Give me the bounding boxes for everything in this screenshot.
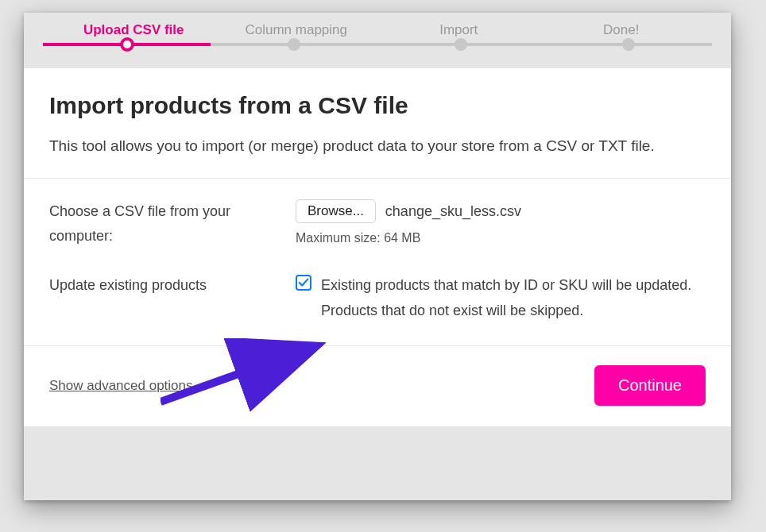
- file-control: Browse... change_sku_less.csv Maximum si…: [296, 199, 706, 248]
- stepper-track: [43, 43, 712, 46]
- import-panel: Import products from a CSV file This too…: [24, 68, 731, 426]
- stepper-dot-3: [455, 38, 467, 51]
- update-label: Update existing products: [49, 273, 296, 323]
- panel-description: This tool allows you to import (or merge…: [49, 133, 706, 159]
- update-description: Existing products that match by ID or SK…: [321, 273, 706, 323]
- stepper-dot-2: [288, 38, 300, 51]
- import-wizard-card: Upload CSV file Column mapping Import Do…: [24, 13, 731, 500]
- show-advanced-link[interactable]: Show advanced options: [49, 378, 193, 394]
- stepper-dot-1: [120, 37, 134, 52]
- step-done[interactable]: Done!: [540, 22, 703, 43]
- panel-footer: Show advanced options Continue: [24, 346, 731, 426]
- step-upload[interactable]: Upload CSV file: [52, 22, 215, 43]
- panel-title: Import products from a CSV file: [49, 92, 706, 119]
- file-size-hint: Maximum size: 64 MB: [296, 231, 706, 245]
- file-label: Choose a CSV file from your computer:: [49, 199, 296, 248]
- continue-button[interactable]: Continue: [594, 365, 706, 406]
- stepper-dot-4: [622, 38, 635, 51]
- update-row: Update existing products Existing produc…: [24, 259, 731, 345]
- file-row: Choose a CSV file from your computer: Br…: [24, 179, 731, 259]
- update-existing-checkbox[interactable]: [296, 275, 311, 291]
- panel-header: Import products from a CSV file This too…: [24, 68, 731, 178]
- selected-filename: change_sku_less.csv: [385, 203, 521, 220]
- browse-button[interactable]: Browse...: [296, 199, 376, 223]
- checkmark-icon: [298, 277, 309, 288]
